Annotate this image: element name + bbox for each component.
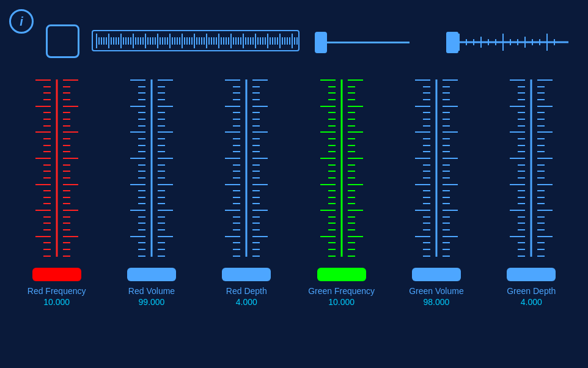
- v-tick-right: [348, 86, 355, 87]
- v-tick-right: [537, 203, 545, 204]
- v-tick-left: [233, 229, 240, 230]
- v-tick-right: [348, 158, 363, 159]
- v-tick-left: [415, 106, 430, 107]
- v-tick-left: [423, 177, 430, 178]
- v-tick-left: [138, 99, 145, 100]
- v-tick-right: [252, 249, 260, 250]
- v-tick-right: [348, 171, 355, 172]
- v-tick-right: [537, 229, 545, 230]
- v-tick-right: [537, 242, 545, 243]
- tone-pitch-slider[interactable]: [92, 30, 300, 54]
- v-ticks-left: [32, 79, 51, 257]
- v-tick-right: [348, 216, 355, 218]
- tone-depth-group: [440, 22, 579, 57]
- tone-pitch-group: [92, 25, 300, 54]
- control-green-depth: Green Depth 4.000: [488, 79, 574, 307]
- v-tick-right: [63, 119, 70, 120]
- v-tick-right: [158, 164, 165, 166]
- v-tick-right: [252, 171, 260, 172]
- v-tick-left: [233, 125, 240, 127]
- v-tick-right: [537, 177, 545, 178]
- main-controls: Red Frequency 10.000 Red Volume 99.000: [0, 79, 588, 316]
- v-tick-right: [252, 145, 260, 146]
- vertical-slider-red-depth[interactable]: [222, 79, 271, 281]
- v-tick-left: [233, 86, 240, 87]
- v-center-line: [340, 79, 342, 257]
- v-base: [317, 268, 366, 281]
- v-tick-left: [43, 229, 51, 230]
- v-tick-right: [63, 171, 70, 172]
- control-label-red-freq: Red Frequency: [28, 286, 86, 296]
- v-tick-left: [328, 190, 336, 191]
- v-tick-left: [43, 125, 51, 127]
- control-value-red-freq: 10.000: [43, 297, 70, 307]
- v-tick-right: [158, 112, 165, 113]
- control-value-red-depth: 4.000: [236, 297, 257, 307]
- v-tick-left: [43, 177, 51, 178]
- v-tick-right: [348, 145, 355, 146]
- v-tick-right: [158, 106, 173, 107]
- tone-depth-slider[interactable]: [440, 27, 568, 57]
- v-tick-left: [233, 164, 240, 166]
- on-off-button[interactable]: [46, 24, 79, 58]
- v-tick-left: [518, 151, 525, 152]
- v-tick-left: [233, 216, 240, 218]
- v-ticks-right: [63, 79, 81, 257]
- v-tick-left: [138, 164, 145, 166]
- v-tick-right: [443, 249, 450, 250]
- v-tick-right: [348, 256, 355, 257]
- vertical-slider-green-vol[interactable]: [412, 79, 461, 281]
- v-tick-right: [158, 131, 173, 133]
- v-tick-left: [138, 216, 145, 218]
- v-base: [412, 268, 461, 281]
- v-tick-left: [138, 223, 145, 224]
- v-tick-left: [423, 151, 430, 152]
- v-tick-left: [423, 112, 430, 113]
- control-red-freq: Red Frequency 10.000: [14, 79, 100, 307]
- v-tick-left: [43, 119, 51, 120]
- vertical-slider-red-freq[interactable]: [32, 79, 81, 281]
- v-tick-right: [443, 236, 458, 237]
- v-tick-left: [138, 197, 145, 198]
- vertical-slider-green-depth[interactable]: [507, 79, 556, 281]
- v-tick-right: [63, 256, 70, 257]
- v-tick-right: [63, 99, 70, 100]
- vertical-slider-red-vol[interactable]: [127, 79, 176, 281]
- v-tick-left: [35, 210, 51, 211]
- v-tick-left: [320, 210, 336, 211]
- v-tick-left: [233, 203, 240, 204]
- v-tick-right: [63, 229, 70, 230]
- tone-volume-slider[interactable]: [312, 30, 410, 54]
- v-tick-right: [63, 125, 70, 127]
- v-tick-left: [43, 223, 51, 224]
- v-tick-right: [443, 216, 450, 218]
- v-tick-right: [443, 145, 450, 146]
- v-tick-right: [537, 171, 545, 172]
- v-tick-left: [328, 216, 336, 218]
- control-value-green-depth: 4.000: [521, 297, 542, 307]
- v-tick-right: [252, 223, 260, 224]
- v-tick-right: [537, 106, 553, 107]
- v-tick-left: [233, 197, 240, 198]
- v-tick-left: [328, 229, 336, 230]
- v-tick-right: [158, 79, 173, 81]
- v-tick-left: [130, 79, 145, 81]
- v-tick-left: [43, 216, 51, 218]
- v-tick-right: [348, 223, 355, 224]
- info-icon[interactable]: i: [9, 9, 34, 34]
- vertical-slider-green-freq[interactable]: [317, 79, 366, 281]
- v-tick-right: [158, 197, 165, 198]
- v-tick-right: [158, 203, 165, 204]
- v-tick-right: [443, 125, 450, 127]
- v-tick-right: [158, 249, 165, 250]
- v-tick-right: [63, 138, 70, 139]
- control-label-green-freq: Green Frequency: [308, 286, 375, 296]
- v-tick-left: [328, 92, 336, 94]
- v-tick-right: [348, 119, 355, 120]
- v-tick-right: [252, 190, 260, 191]
- v-tick-right: [63, 190, 70, 191]
- v-tick-left: [328, 242, 336, 243]
- v-ticks-left: [127, 79, 145, 257]
- v-tick-right: [537, 210, 553, 211]
- v-tick-left: [225, 131, 240, 133]
